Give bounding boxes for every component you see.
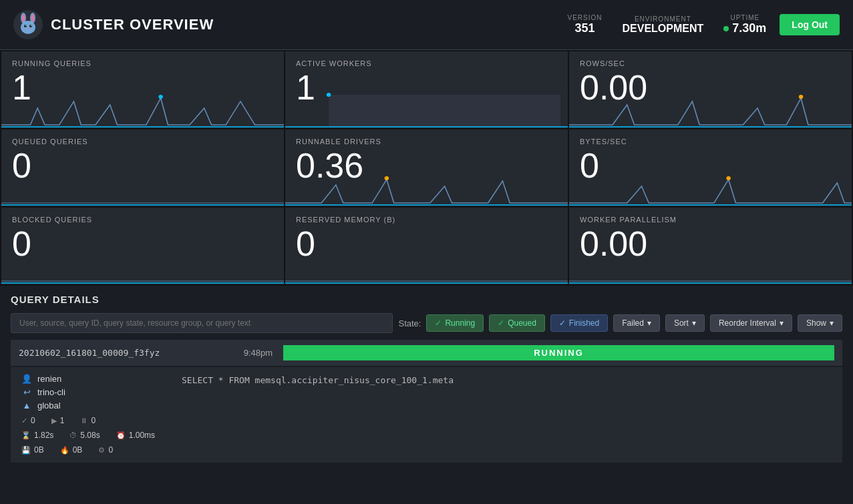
completed-splits-icon: ✓ bbox=[21, 417, 27, 425]
active-workers-chart bbox=[285, 88, 568, 128]
source-row: ↩ trino-cli bbox=[21, 387, 168, 397]
bytes-sec-chart bbox=[569, 166, 852, 206]
running-drivers-stat: ⚙ 0 bbox=[98, 445, 113, 455]
output-data-icon: 🔥 bbox=[60, 446, 69, 455]
queued-check-icon: ✓ bbox=[498, 318, 504, 328]
query-time: 9:48pm bbox=[219, 348, 273, 358]
svg-rect-13 bbox=[329, 95, 560, 127]
metric-queued-queries: QUEUED QUERIES 0 bbox=[1, 130, 284, 206]
logout-button[interactable]: Log Out bbox=[780, 14, 840, 35]
query-details-title: QUERY DETAILS bbox=[11, 294, 842, 305]
logo-icon bbox=[13, 10, 43, 39]
query-id[interactable]: 20210602_161801_00009_f3fyz bbox=[19, 348, 219, 358]
svg-point-5 bbox=[21, 21, 35, 34]
search-input[interactable] bbox=[11, 313, 393, 333]
running-queries-chart bbox=[1, 88, 284, 128]
environment-label: ENVIRONMENT bbox=[635, 15, 691, 23]
svg-point-3 bbox=[22, 14, 25, 22]
reorder-interval-button[interactable]: Reorder Interval ▾ bbox=[710, 314, 792, 332]
rows-sec-label: ROWS/SEC bbox=[580, 59, 841, 67]
metric-running-queries: RUNNING QUERIES 1 bbox=[1, 51, 284, 128]
worker-parallelism-label: WORKER PARALLELISM bbox=[580, 216, 841, 224]
group-row: ▲ global bbox=[21, 401, 168, 411]
reserved-memory-label: RESERVED MEMORY (B) bbox=[296, 216, 557, 224]
app-title: CLUSTER OVERVIEW bbox=[51, 16, 214, 33]
state-label: State: bbox=[398, 318, 421, 328]
queued-queries-chart bbox=[1, 166, 284, 206]
query-row-header: 20210602_161801_00009_f3fyz 9:48pm RUNNI… bbox=[11, 340, 842, 366]
running-queries-label: RUNNING QUERIES bbox=[12, 59, 273, 67]
wall-time-value: 1.82s bbox=[34, 431, 53, 440]
scheduled-time-icon: ⏰ bbox=[116, 431, 126, 440]
filter-finished-button[interactable]: ✓ Finished bbox=[550, 314, 608, 332]
show-button[interactable]: Show ▾ bbox=[798, 314, 842, 332]
reorder-dropdown-icon: ▾ bbox=[780, 318, 784, 328]
running-check-icon: ✓ bbox=[435, 318, 442, 328]
query-details-body: 👤 renien ↩ trino-cli ▲ global ✓ bbox=[11, 367, 842, 463]
svg-point-15 bbox=[327, 93, 331, 97]
metric-active-workers: ACTIVE WORKERS 1 bbox=[285, 51, 568, 128]
header-meta: VERSION 351 ENVIRONMENT DEVELOPMENT UPTI… bbox=[567, 14, 766, 35]
uptime-meta: UPTIME 7.30m bbox=[723, 14, 766, 35]
completed-splits-value: 0 bbox=[31, 416, 35, 425]
stats-row-2: ⌛ 1.82s ⏱ 5.08s ⏰ 1.00ms bbox=[21, 431, 168, 440]
environment-value: DEVELOPMENT bbox=[623, 23, 704, 35]
query-user: renien bbox=[37, 374, 61, 384]
input-data-icon: 💾 bbox=[21, 446, 31, 455]
sort-dropdown-icon: ▾ bbox=[692, 318, 696, 328]
svg-point-9 bbox=[31, 25, 31, 26]
queued-splits-icon: ⏸ bbox=[80, 417, 88, 425]
svg-point-20 bbox=[385, 176, 389, 180]
running-drivers-icon: ⚙ bbox=[98, 446, 105, 455]
user-row: 👤 renien bbox=[21, 374, 168, 384]
reserved-memory-chart bbox=[285, 244, 568, 284]
cpu-time-stat: ⏱ 5.08s bbox=[69, 431, 100, 440]
query-row: 20210602_161801_00009_f3fyz 9:48pm RUNNI… bbox=[11, 340, 842, 463]
group-icon: ▲ bbox=[21, 401, 32, 411]
svg-point-11 bbox=[158, 95, 163, 99]
environment-meta: ENVIRONMENT DEVELOPMENT bbox=[623, 15, 704, 35]
input-data-stat: 💾 0B bbox=[21, 445, 44, 455]
show-dropdown-icon: ▾ bbox=[830, 318, 834, 328]
queued-queries-label: QUEUED QUERIES bbox=[12, 138, 273, 146]
version-label: VERSION bbox=[567, 14, 602, 21]
wall-time-stat: ⌛ 1.82s bbox=[21, 431, 53, 440]
running-drivers-value: 0 bbox=[108, 445, 113, 455]
input-data-value: 0B bbox=[34, 445, 44, 455]
query-sql: SELECT * FROM memsql.accipiter_nisus_cor… bbox=[182, 374, 832, 385]
uptime-label: UPTIME bbox=[730, 14, 759, 21]
query-meta-left: 👤 renien ↩ trino-cli ▲ global ✓ bbox=[21, 374, 168, 455]
svg-point-16 bbox=[799, 95, 804, 99]
svg-point-6 bbox=[24, 25, 27, 27]
sort-button[interactable]: Sort ▾ bbox=[665, 314, 705, 332]
svg-point-22 bbox=[726, 176, 731, 180]
completed-splits-stat: ✓ 0 bbox=[21, 416, 35, 425]
wall-time-icon: ⌛ bbox=[21, 431, 31, 440]
output-data-value: 0B bbox=[73, 445, 83, 455]
metric-bytes-sec: BYTES/SEC 0 bbox=[569, 130, 852, 206]
filters-row: State: ✓ Running ✓ Queued ✓ Finished Fai… bbox=[11, 313, 842, 333]
svg-point-10 bbox=[27, 28, 29, 29]
query-status-bar[interactable]: RUNNING bbox=[283, 345, 834, 360]
worker-parallelism-chart bbox=[569, 244, 852, 284]
blocked-queries-chart bbox=[1, 244, 284, 284]
scheduled-time-stat: ⏰ 1.00ms bbox=[116, 431, 155, 440]
filter-failed-button[interactable]: Failed ▾ bbox=[613, 314, 660, 332]
running-splits-icon: ▶ bbox=[51, 417, 57, 425]
queued-splits-value: 0 bbox=[91, 416, 96, 425]
version-value: 351 bbox=[574, 21, 594, 35]
metric-blocked-queries: BLOCKED QUERIES 0 bbox=[1, 208, 284, 284]
metric-worker-parallelism: WORKER PARALLELISM 0.00 bbox=[569, 208, 852, 284]
runnable-drivers-label: RUNNABLE DRIVERS bbox=[296, 138, 557, 146]
blocked-queries-label: BLOCKED QUERIES bbox=[12, 216, 273, 224]
output-data-stat: 🔥 0B bbox=[60, 445, 83, 455]
runnable-drivers-chart bbox=[285, 166, 568, 206]
queued-splits-stat: ⏸ 0 bbox=[80, 416, 96, 425]
header: CLUSTER OVERVIEW VERSION 351 ENVIRONMENT… bbox=[0, 0, 853, 50]
bytes-sec-label: BYTES/SEC bbox=[580, 138, 841, 146]
filter-running-button[interactable]: ✓ Running bbox=[426, 314, 484, 332]
uptime-dot bbox=[723, 26, 729, 31]
logo-area: CLUSTER OVERVIEW bbox=[13, 10, 567, 39]
svg-point-8 bbox=[25, 25, 26, 26]
filter-queued-button[interactable]: ✓ Queued bbox=[489, 314, 545, 332]
